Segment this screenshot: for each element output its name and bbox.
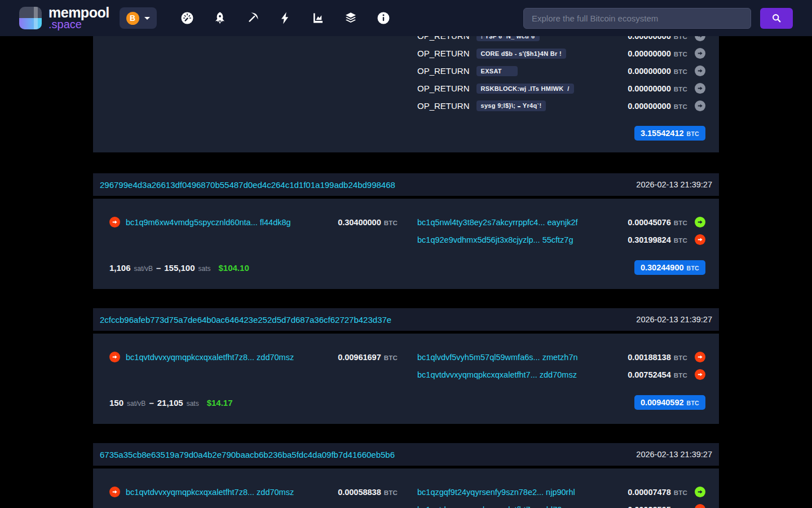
brand-tld: .space (48, 19, 109, 30)
output-row: bc1qvtdvvxyqmqpkcxqxaletfht7... zdd70msz… (417, 501, 705, 508)
input-address-link[interactable]: bc1q9m6xw4vmdg5spycznld60nta... fl44dk8g (126, 218, 291, 227)
chevron-down-icon (144, 17, 150, 20)
search-bar (523, 8, 793, 29)
txid-link[interactable]: 296799e4d3a26613df0496870b55487d0ed4c264… (100, 180, 395, 190)
input-address-link[interactable]: bc1qvtdvvxyqmqpkcxqxaletfht7z8... zdd70m… (126, 353, 294, 362)
output-amount: 0.30199824BTC (628, 235, 687, 244)
total-amount-badge: 0.00940592BTC (634, 395, 705, 410)
op-return-data-badge: sysg 9;l$}\; ₌ Yr4q`! (476, 100, 546, 111)
nav-statistics-item[interactable] (311, 11, 325, 25)
op-return-label: OP_RETURN (417, 101, 470, 111)
output-amount: 0.00000000BTC (628, 49, 687, 58)
op-return-data-badge: CORE d$b - s'($h1}4N Br ! (476, 49, 566, 59)
search-icon (771, 12, 782, 24)
input-row: bc1qvtdvvxyqmqpkcxqxaletfht7z8... zdd70m… (109, 348, 398, 366)
main-navigation (180, 11, 390, 25)
brand-name: mempool (48, 6, 109, 20)
output-address-link[interactable]: bc1q5nwl4ty3t8ey2s7akcyrrppfc4... eaynjk… (417, 218, 578, 227)
output-arrow-icon[interactable] (695, 83, 705, 94)
mempool-logo-icon (19, 7, 42, 29)
transaction-card: bc1qvtdvvxyqmqpkcxqxaletfht7z8... zdd70m… (93, 334, 719, 424)
fee-fiat-value: $104.10 (219, 263, 249, 273)
input-address-link[interactable]: bc1qvtdvvxyqmqpkcxqxaletfht7z8... zdd70m… (126, 488, 294, 497)
output-address-link[interactable]: bc1qvtdvvxyqmqpkcxqxaletfht7... zdd70msz (417, 505, 577, 508)
output-row: bc1qzgqf9t24yqyrsenfy9szn78e2... njp90rh… (417, 483, 705, 501)
output-amount: 0.00000000BTC (628, 67, 687, 76)
chart-icon (311, 11, 325, 25)
bitcoin-icon: B (126, 12, 139, 25)
input-arrow-icon[interactable] (109, 352, 120, 362)
nav-mining-item[interactable] (246, 11, 259, 25)
output-amount: 0.00000000BTC (628, 84, 687, 93)
lightning-icon (279, 11, 292, 25)
output-spent-arrow-icon[interactable] (695, 369, 705, 380)
rocket-icon (213, 11, 227, 25)
output-amount: 0.00000000BTC (628, 102, 687, 111)
output-address-link[interactable]: bc1qzgqf9t24yqyrsenfy9szn78e2... njp90rh… (417, 488, 575, 497)
tx-timestamp: 2026-02-13 21:39:27 (636, 315, 712, 324)
output-amount: 0.00045076BTC (628, 218, 687, 227)
output-amount: 0.00007478BTC (628, 488, 687, 497)
fee-info: 1,106sat/vB – 155,100sats $104.10 (109, 263, 249, 273)
input-row: bc1qvtdvvxyqmqpkcxqxaletfht7z8... zdd70m… (109, 483, 398, 501)
nav-blocks-item[interactable] (344, 11, 358, 25)
total-amount-badge: 3.15542412BTC (634, 126, 705, 141)
output-address-link[interactable]: bc1q92e9vdhmx5d56jt3x8cjyzlp... 55cftz7g (417, 235, 573, 244)
txid-link[interactable]: 6735a35cb8e63519a79d0a4b2e790baacb6b236b… (100, 450, 395, 459)
transaction-header: 296799e4d3a26613df0496870b55487d0ed4c264… (93, 173, 719, 196)
input-row: bc1q9m6xw4vmdg5spycznld60nta... fl44dk8g… (109, 213, 398, 231)
brand-text: mempool .space (48, 6, 109, 30)
output-arrow-icon[interactable] (695, 100, 705, 111)
nav-dashboard-item[interactable] (180, 11, 194, 25)
output-arrow-icon[interactable] (695, 65, 705, 76)
nav-docs-item[interactable] (377, 11, 390, 25)
outputs-column: bc1qzgqf9t24yqyrsenfy9szn78e2... njp90rh… (417, 483, 705, 508)
transaction-card: bc1q9m6xw4vmdg5spycznld60nta... fl44dk8g… (93, 199, 719, 289)
brand-logo[interactable]: mempool .space (19, 6, 109, 30)
input-amount: 0.00058838BTC (338, 488, 398, 497)
output-address-link[interactable]: bc1qvtdvvxyqmqpkcxqxaletfht7... zdd70msz (417, 370, 577, 379)
info-icon (377, 11, 390, 25)
output-spent-arrow-icon[interactable] (695, 234, 705, 245)
output-amount: 0.00752454BTC (628, 370, 687, 379)
output-address-link[interactable]: bc1qlvdvf5vyh5m57ql59wmfa6s... zmetzh7n (417, 353, 578, 362)
transaction-card: bc1qvtdvvxyqmqpkcxqxaletfht7z8... zdd70m… (93, 468, 719, 508)
op-return-label: OP_RETURN (417, 66, 470, 76)
network-selector-button[interactable]: B (120, 7, 157, 29)
output-row: bc1qlvdvf5vyh5m57ql59wmfa6s... zmetzh7n … (417, 348, 705, 366)
tx-timestamp: 2026-02-13 21:39:27 (636, 180, 712, 189)
op-return-row: OP_RETURN RSKBLOCK:wj .ITs HMIWK / 0.000… (417, 80, 705, 97)
total-amount-badge: 0.30244900BTC (634, 260, 705, 275)
txid-link[interactable]: 2cfccb96afeb773d75a7de64b0ac646423e252d5… (100, 315, 391, 325)
search-input[interactable] (523, 8, 751, 29)
input-amount: 0.00961697BTC (338, 353, 398, 362)
output-unspent-arrow-icon[interactable] (695, 217, 705, 227)
mining-pickaxe-icon (246, 11, 259, 25)
outputs-column: OP_RETURN ! Y$F 6 `N_ wcu`6 0.00000000BT… (417, 27, 705, 141)
op-return-label: OP_RETURN (417, 49, 470, 58)
inputs-column: bc1q9m6xw4vmdg5spycznld60nta... fl44dk8g… (109, 213, 398, 248)
input-arrow-icon[interactable] (109, 217, 120, 227)
output-row: bc1qvtdvvxyqmqpkcxqxaletfht7... zdd70msz… (417, 366, 705, 383)
dashboard-gauge-icon (180, 11, 194, 25)
output-row: bc1q92e9vdhmx5d56jt3x8cjyzlp... 55cftz7g… (417, 231, 705, 248)
op-return-data-badge: RSKBLOCK:wj .ITs HMIWK / (476, 84, 574, 94)
input-arrow-icon[interactable] (109, 487, 120, 497)
output-unspent-arrow-icon[interactable] (695, 487, 705, 497)
output-amount: 0.00038595BTC (628, 505, 687, 508)
fee-info: 150sat/vB – 21,105sats $14.17 (109, 398, 233, 408)
search-button[interactable] (760, 8, 793, 29)
op-return-data-badge: EXSAT (476, 66, 518, 76)
inputs-column (109, 27, 398, 141)
nav-acceleration-item[interactable] (213, 11, 227, 25)
nav-lightning-item[interactable] (279, 11, 292, 25)
output-spent-arrow-icon[interactable] (695, 352, 705, 362)
top-navbar: mempool .space B (0, 0, 812, 36)
output-spent-arrow-icon[interactable] (695, 504, 705, 508)
input-amount: 0.30400000BTC (338, 218, 398, 227)
tx-timestamp: 2026-02-13 21:39:27 (636, 450, 712, 459)
inputs-column: bc1qvtdvvxyqmqpkcxqxaletfht7z8... zdd70m… (109, 348, 398, 383)
output-arrow-icon[interactable] (695, 48, 705, 59)
op-return-label: OP_RETURN (417, 84, 470, 93)
output-row: bc1q5nwl4ty3t8ey2s7akcyrrppfc4... eaynjk… (417, 213, 705, 231)
